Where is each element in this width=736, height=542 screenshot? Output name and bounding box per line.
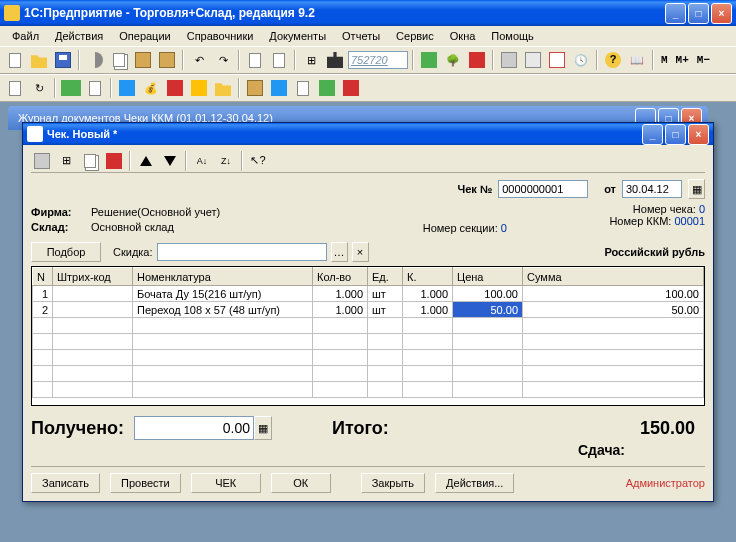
new-icon[interactable]	[4, 49, 26, 71]
delete-icon[interactable]	[466, 49, 488, 71]
doc-b-icon[interactable]	[268, 49, 290, 71]
close-button-dlg[interactable]: Закрыть	[361, 473, 425, 493]
skidka-field[interactable]	[157, 243, 327, 261]
date-field[interactable]: 30.04.12	[622, 180, 682, 198]
cell-k[interactable]: 1.000	[403, 286, 453, 302]
table-icon[interactable]: ⊞	[300, 49, 322, 71]
tb2-j-icon[interactable]	[244, 77, 266, 99]
cell-price[interactable]: 100.00	[453, 286, 523, 302]
tb2-e-icon[interactable]	[116, 77, 138, 99]
cell-unit[interactable]: шт	[368, 302, 403, 318]
dlg-sort-za-icon[interactable]: Z↓	[215, 150, 237, 172]
menu-actions[interactable]: Действия	[47, 28, 111, 44]
doc-a-icon[interactable]	[244, 49, 266, 71]
items-grid[interactable]: N Штрих-код Номенклатура Кол-во Ед. К. Ц…	[31, 266, 705, 406]
menu-help[interactable]: Помощь	[483, 28, 542, 44]
dlg-down-icon[interactable]	[159, 150, 181, 172]
find-icon[interactable]	[324, 49, 346, 71]
tb2-b-icon[interactable]: ↻	[28, 77, 50, 99]
paste-icon[interactable]	[132, 49, 154, 71]
section-value[interactable]: 0	[501, 222, 507, 234]
cell-sum[interactable]: 50.00	[523, 302, 704, 318]
dlg-pointer-icon[interactable]: ↖?	[247, 150, 269, 172]
print-icon[interactable]	[498, 49, 520, 71]
open-icon[interactable]	[28, 49, 50, 71]
copy-icon[interactable]	[108, 49, 130, 71]
received-calc-button[interactable]: ▦	[254, 416, 272, 440]
dlg-sort-az-icon[interactable]: A↓	[191, 150, 213, 172]
tree-icon[interactable]: 🌳	[442, 49, 464, 71]
check-no-field[interactable]: 0000000001	[498, 180, 588, 198]
tb2-h-icon[interactable]	[188, 77, 210, 99]
tb2-f-icon[interactable]: 💰	[140, 77, 162, 99]
actions-button[interactable]: Действия...	[435, 473, 514, 493]
tb2-l-icon[interactable]	[292, 77, 314, 99]
table-row[interactable]: 1 Бочата Ду 15(216 шт/уп) 1.000 шт 1.000…	[33, 286, 704, 302]
table-row-empty[interactable]	[33, 334, 704, 350]
cell-nomen[interactable]: Бочата Ду 15(216 шт/уп)	[133, 286, 313, 302]
calendar-icon[interactable]	[546, 49, 568, 71]
clock-icon[interactable]: 🕓	[570, 49, 592, 71]
dlg-minimize-button[interactable]: _	[642, 124, 663, 145]
cell-qty[interactable]: 1.000	[313, 286, 368, 302]
tb2-c-icon[interactable]	[60, 77, 82, 99]
col-barcode[interactable]: Штрих-код	[53, 268, 133, 286]
col-nomen[interactable]: Номенклатура	[133, 268, 313, 286]
stamp-icon[interactable]	[418, 49, 440, 71]
date-picker-button[interactable]: ▦	[688, 179, 705, 199]
table-row-empty[interactable]	[33, 350, 704, 366]
dlg-del-icon[interactable]	[103, 150, 125, 172]
tb2-g-icon[interactable]	[164, 77, 186, 99]
cell-sum[interactable]: 100.00	[523, 286, 704, 302]
dlg-print-icon[interactable]	[31, 150, 53, 172]
calc-icon[interactable]	[522, 49, 544, 71]
cell-k[interactable]: 1.000	[403, 302, 453, 318]
col-qty[interactable]: Кол-во	[313, 268, 368, 286]
write-button[interactable]: Записать	[31, 473, 100, 493]
ok-button[interactable]: ОК	[271, 473, 331, 493]
admin-link[interactable]: Администратор	[626, 477, 705, 489]
tb2-k-icon[interactable]	[268, 77, 290, 99]
tb2-n-icon[interactable]	[340, 77, 362, 99]
menu-reports[interactable]: Отчеты	[334, 28, 388, 44]
col-price[interactable]: Цена	[453, 268, 523, 286]
menu-refs[interactable]: Справочники	[179, 28, 262, 44]
dlg-maximize-button[interactable]: □	[665, 124, 686, 145]
col-sum[interactable]: Сумма	[523, 268, 704, 286]
cell-nomen[interactable]: Переход 108 x 57 (48 шт/уп)	[133, 302, 313, 318]
check-num-value[interactable]: 0	[699, 203, 705, 215]
tb2-d-icon[interactable]	[84, 77, 106, 99]
table-row-empty[interactable]	[33, 382, 704, 398]
skidka-pick-button[interactable]: …	[331, 242, 348, 262]
skidka-clear-button[interactable]: ×	[352, 242, 369, 262]
cell-barcode[interactable]	[53, 302, 133, 318]
menu-windows[interactable]: Окна	[442, 28, 484, 44]
col-k[interactable]: К.	[403, 268, 453, 286]
minimize-button[interactable]: _	[665, 3, 686, 24]
redo-icon[interactable]: ↷	[212, 49, 234, 71]
cell-n[interactable]: 1	[33, 286, 53, 302]
cut-icon[interactable]	[84, 49, 106, 71]
dlg-copy-icon[interactable]	[79, 150, 101, 172]
maximize-button[interactable]: □	[688, 3, 709, 24]
toolbar-search-input[interactable]	[348, 51, 408, 69]
menu-operations[interactable]: Операции	[111, 28, 178, 44]
check-button[interactable]: ЧЕК	[191, 473, 261, 493]
col-unit[interactable]: Ед.	[368, 268, 403, 286]
cell-qty[interactable]: 1.000	[313, 302, 368, 318]
close-button[interactable]: ×	[711, 3, 732, 24]
undo-icon[interactable]: ↶	[188, 49, 210, 71]
received-input[interactable]	[134, 416, 254, 440]
menu-docs[interactable]: Документы	[261, 28, 334, 44]
inbox-icon[interactable]	[156, 49, 178, 71]
menu-service[interactable]: Сервис	[388, 28, 442, 44]
save-icon[interactable]	[52, 49, 74, 71]
table-row-empty[interactable]	[33, 366, 704, 382]
col-n[interactable]: N	[33, 268, 53, 286]
table-row[interactable]: 2 Переход 108 x 57 (48 шт/уп) 1.000 шт 1…	[33, 302, 704, 318]
dlg-grid-icon[interactable]: ⊞	[55, 150, 77, 172]
table-row-empty[interactable]	[33, 318, 704, 334]
post-button[interactable]: Провести	[110, 473, 181, 493]
book-icon[interactable]: 📖	[626, 49, 648, 71]
tb2-m-icon[interactable]	[316, 77, 338, 99]
